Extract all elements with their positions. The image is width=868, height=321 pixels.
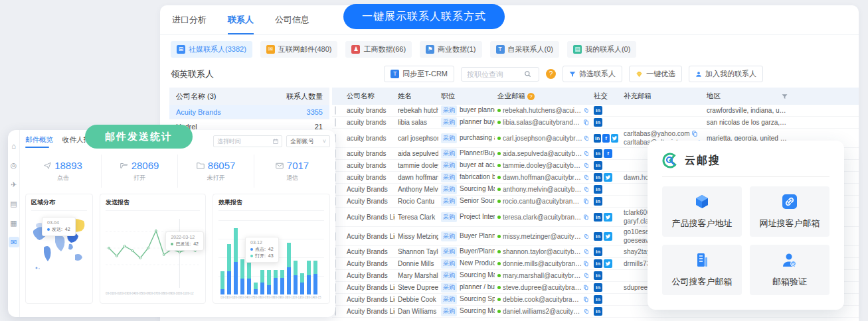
company-row[interactable]: Acuity Brands3355 [169,105,329,119]
compass-icon[interactable]: ◎ [9,160,19,170]
account-select[interactable]: 全部账号 ˅ [286,135,330,147]
mail-icon[interactable]: ✉ [9,237,19,247]
cell-position: 采购Project Intergration [438,212,495,223]
twitter-icon[interactable] [604,213,612,222]
cell-company: Acuity Brands [344,185,395,194]
copy-icon[interactable] [584,249,588,255]
copy-icon[interactable] [584,162,588,168]
linkedin-icon[interactable]: in [594,173,602,182]
purchase-tag: 采购 [441,283,457,292]
twitter-icon[interactable] [604,173,612,182]
verified-dot [497,250,501,253]
cloud-panel-tiles: 产品搜客户地址网址搜客户邮箱公司搜客户邮箱邮箱验证 [662,186,829,295]
bar-03-07 [260,270,264,294]
cloud-tile-3[interactable]: 邮箱验证 [750,245,829,295]
page: 一键展示联系人联系方式 进口分析 联系人 公司信息 ⊞社媒联系人(3382)✉互… [0,0,868,321]
main-tabs: 进口分析 联系人 公司信息 [160,5,859,34]
linkedin-icon[interactable]: in [594,134,601,143]
twitter-icon[interactable] [604,232,612,241]
linkedin-icon[interactable]: in [594,271,602,280]
filter-chip-5[interactable]: ▤我的联系人(0) [567,41,636,58]
cloud-tile-2[interactable]: 公司搜客户邮箱 [662,245,742,295]
filter-contacts-button[interactable]: 筛选联系人 [563,66,622,82]
linkedin-icon[interactable]: in [594,295,602,304]
cloud-tile-1[interactable]: 网址搜客户邮箱 [750,186,829,237]
linkedin-icon[interactable]: in [594,283,602,292]
one-click-optimize-button[interactable]: 一键优选 [629,66,682,82]
copy-icon[interactable] [584,186,588,192]
extra-email-line: carltabas@yahoo.com [624,129,701,138]
cloud-tile-0[interactable]: 产品搜客户地址 [662,186,742,237]
cell-social: in [591,212,621,222]
cell-extra-email [621,311,704,312]
send-icon[interactable]: ✈ [9,179,19,190]
column-filter-icon[interactable] [782,94,788,99]
add-to-my-contacts-button[interactable]: 加入我的联系人 [689,66,763,82]
copy-icon[interactable] [584,135,588,141]
person-verify-icon [782,252,798,270]
copy-icon[interactable] [584,261,588,267]
briefcase-icon[interactable]: ▤ [9,198,19,209]
copy-icon[interactable] [584,119,588,125]
linkedin-icon[interactable]: in [594,197,602,206]
linkedin-icon[interactable]: in [594,149,602,158]
copy-icon[interactable] [584,233,588,239]
purchase-tag: 采购 [441,184,457,194]
help-icon[interactable]: ? [546,69,556,79]
date-range-picker[interactable]: 选择时间 [213,135,282,147]
cell-name: Anthony Melvin [395,185,438,194]
twitter-icon[interactable] [604,259,612,268]
twitter-icon[interactable] [611,134,618,143]
cell-social: in [591,294,621,304]
tab-import-analysis[interactable]: 进口分析 [172,5,207,34]
filter-chip-3[interactable]: ⚑商业数据(1) [420,41,481,58]
linkedin-icon[interactable]: in [594,259,602,268]
copy-icon[interactable] [692,131,697,137]
tab-company-info[interactable]: 公司信息 [275,5,309,34]
filter-chip-1[interactable]: ✉互联网邮件(480) [260,41,338,58]
copy-icon[interactable] [584,174,588,180]
copy-icon[interactable] [584,214,588,220]
linkedin-icon[interactable]: in [594,232,602,241]
linkedin-icon[interactable]: in [594,118,602,127]
linkedin-icon[interactable]: in [594,247,602,256]
copy-icon[interactable] [584,107,588,113]
linkedin-icon[interactable]: in [594,213,602,222]
linkedin-icon[interactable]: in [594,307,602,316]
table-row[interactable]: acuity brandslibia salas采购planner buyerl… [332,117,859,129]
cell-position: 采购planner buyer [438,117,495,128]
company-table-header: 公司名称 (3) 联系人数量 [169,88,329,105]
section-header: 领英联系人 T 同步至T-CRM ? 筛选联系人 一键优选 [160,62,859,88]
row-checkbox[interactable] [335,118,336,127]
cell-name: Shannon Taylor [395,247,438,256]
search-input[interactable] [467,70,524,78]
checkbox-cell [332,106,344,115]
bar-03-15 [313,261,317,294]
tab-contacts[interactable]: 联系人 [228,5,254,34]
copy-icon[interactable] [584,308,588,314]
calendar-icon[interactable]: ▦ [9,218,19,228]
copy-icon[interactable] [584,273,588,279]
copy-icon[interactable] [584,285,588,290]
filter-chip-2[interactable]: ♟工商数据(66) [345,41,412,58]
row-checkbox[interactable] [335,106,336,115]
copy-icon[interactable] [584,296,588,302]
table-row[interactable]: acuity brandsrebekah hutchens采购buyer pla… [332,105,859,117]
company-contact-count: 21 [315,123,323,131]
copy-icon[interactable] [584,151,588,157]
sync-tcrm-button[interactable]: T 同步至T-CRM [384,66,454,82]
cell-social: in [591,172,621,182]
linkedin-icon[interactable]: in [594,185,602,194]
linkedin-icon[interactable]: in [594,161,602,170]
search-icon[interactable] [524,70,531,78]
email-help-icon[interactable]: ? [527,93,535,100]
copy-icon[interactable] [584,198,588,204]
filter-chip-0[interactable]: ⊞社媒联系人(3382) [171,41,252,58]
filter-chip-4[interactable]: T自采联系人(0) [490,41,559,58]
purchase-tag: 采购 [441,133,457,143]
home-icon[interactable]: ⌂ [9,141,19,151]
linkedin-icon[interactable]: in [594,106,602,115]
tab-email-overview[interactable]: 邮件概览 [25,135,53,148]
facebook-icon[interactable]: f [602,134,610,143]
facebook-icon[interactable]: f [604,149,612,158]
